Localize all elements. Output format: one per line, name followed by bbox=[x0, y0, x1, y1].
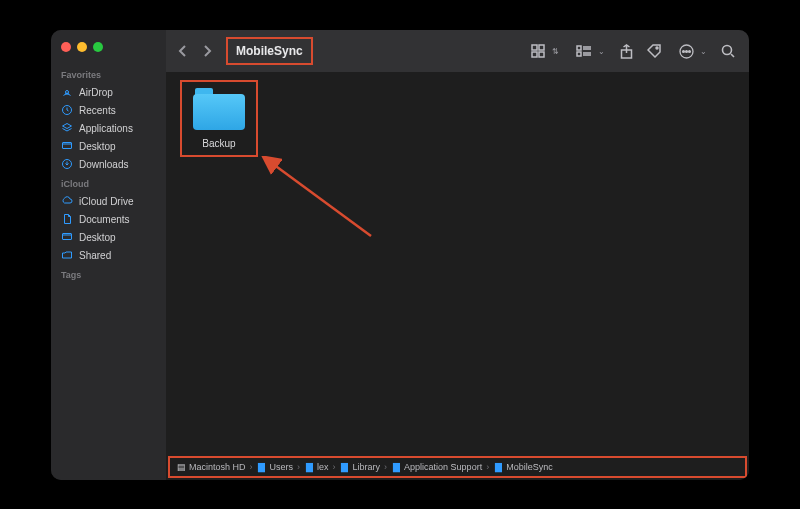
minimize-button[interactable] bbox=[77, 42, 87, 52]
share-button[interactable] bbox=[615, 40, 637, 62]
sidebar-item-label: iCloud Drive bbox=[79, 196, 133, 207]
breadcrumb-separator: › bbox=[250, 462, 253, 472]
chevron-updown-icon: ⇅ bbox=[552, 47, 559, 56]
sidebar-item-label: AirDrop bbox=[79, 87, 113, 98]
recents-icon bbox=[61, 104, 73, 116]
sidebar-item-shared[interactable]: Shared bbox=[51, 246, 166, 264]
annotation-arrow bbox=[261, 156, 381, 246]
window-controls bbox=[51, 38, 166, 64]
group-icon bbox=[573, 40, 595, 62]
sidebar: Favorites AirDrop Recents Applications D… bbox=[51, 30, 166, 480]
folder-mini-icon: ▇ bbox=[257, 462, 267, 472]
folder-icon bbox=[193, 88, 245, 130]
sidebar-section-icloud-title: iCloud bbox=[51, 173, 166, 192]
sidebar-item-label: Shared bbox=[79, 250, 111, 261]
breadcrumb-label: MobileSync bbox=[506, 462, 553, 472]
applications-icon bbox=[61, 122, 73, 134]
svg-point-15 bbox=[685, 50, 687, 52]
airdrop-icon bbox=[61, 86, 73, 98]
sidebar-item-icloud-drive[interactable]: iCloud Drive bbox=[51, 192, 166, 210]
sidebar-item-label: Recents bbox=[79, 105, 116, 116]
breadcrumb-segment[interactable]: ▇ Library bbox=[340, 462, 381, 472]
nav-back-button[interactable] bbox=[176, 45, 190, 57]
sidebar-item-label: Desktop bbox=[79, 232, 116, 243]
breadcrumb-separator: › bbox=[486, 462, 489, 472]
sidebar-item-label: Downloads bbox=[79, 159, 128, 170]
svg-rect-7 bbox=[532, 52, 537, 57]
shared-icon bbox=[61, 249, 73, 261]
finder-window: Favorites AirDrop Recents Applications D… bbox=[51, 30, 749, 480]
folder-mini-icon: ▇ bbox=[391, 462, 401, 472]
svg-rect-2 bbox=[63, 143, 72, 149]
desktop-icon bbox=[61, 231, 73, 243]
breadcrumb-label: Macintosh HD bbox=[189, 462, 246, 472]
svg-rect-10 bbox=[577, 52, 581, 56]
desktop-icon bbox=[61, 140, 73, 152]
breadcrumb-segment[interactable]: ▇ Users bbox=[257, 462, 294, 472]
action-menu-button[interactable]: ⌄ bbox=[675, 40, 707, 62]
breadcrumb-segment[interactable]: ▇ lex bbox=[304, 462, 329, 472]
window-title: MobileSync bbox=[226, 37, 313, 65]
content-area[interactable]: Backup ▤ Macintosh HD bbox=[166, 72, 749, 480]
svg-rect-9 bbox=[577, 46, 581, 50]
breadcrumb-separator: › bbox=[333, 462, 336, 472]
breadcrumb-label: Library bbox=[353, 462, 381, 472]
sidebar-item-desktop-icloud[interactable]: Desktop bbox=[51, 228, 166, 246]
view-mode-button[interactable]: ⇅ bbox=[527, 40, 559, 62]
sidebar-item-label: Desktop bbox=[79, 141, 116, 152]
svg-rect-8 bbox=[539, 52, 544, 57]
breadcrumb-separator: › bbox=[297, 462, 300, 472]
chevron-down-icon: ⌄ bbox=[598, 47, 605, 56]
sidebar-item-recents[interactable]: Recents bbox=[51, 101, 166, 119]
path-bar: ▤ Macintosh HD › ▇ Users › ▇ lex › bbox=[168, 456, 747, 478]
sidebar-item-applications[interactable]: Applications bbox=[51, 119, 166, 137]
svg-rect-5 bbox=[532, 45, 537, 50]
folder-mini-icon: ▇ bbox=[304, 462, 314, 472]
svg-line-18 bbox=[273, 164, 371, 236]
breadcrumb-separator: › bbox=[384, 462, 387, 472]
downloads-icon bbox=[61, 158, 73, 170]
folder-label: Backup bbox=[202, 138, 235, 149]
grid-icon bbox=[527, 40, 549, 62]
folder-mini-icon: ▇ bbox=[340, 462, 350, 472]
breadcrumb-label: Application Support bbox=[404, 462, 482, 472]
documents-icon bbox=[61, 213, 73, 225]
sidebar-item-label: Documents bbox=[79, 214, 130, 225]
svg-point-12 bbox=[656, 47, 658, 49]
svg-point-16 bbox=[688, 50, 690, 52]
sidebar-section-favorites-title: Favorites bbox=[51, 64, 166, 83]
breadcrumb-label: Users bbox=[270, 462, 294, 472]
sidebar-item-label: Applications bbox=[79, 123, 133, 134]
sidebar-item-airdrop[interactable]: AirDrop bbox=[51, 83, 166, 101]
tags-button[interactable] bbox=[643, 40, 665, 62]
breadcrumb-segment[interactable]: ▇ Application Support bbox=[391, 462, 482, 472]
disk-icon: ▤ bbox=[176, 462, 186, 472]
toolbar: MobileSync ⇅ ⌄ ⌄ bbox=[166, 30, 749, 72]
svg-rect-6 bbox=[539, 45, 544, 50]
breadcrumb-segment[interactable]: ▤ Macintosh HD bbox=[176, 462, 246, 472]
breadcrumb-label: lex bbox=[317, 462, 329, 472]
sidebar-item-desktop[interactable]: Desktop bbox=[51, 137, 166, 155]
sidebar-section-tags-title: Tags bbox=[51, 264, 166, 283]
items-grid: Backup bbox=[166, 72, 749, 456]
close-button[interactable] bbox=[61, 42, 71, 52]
svg-point-17 bbox=[723, 46, 732, 55]
folder-item-backup[interactable]: Backup bbox=[180, 80, 258, 157]
folder-mini-icon: ▇ bbox=[493, 462, 503, 472]
svg-rect-4 bbox=[63, 234, 72, 240]
breadcrumb-segment[interactable]: ▇ MobileSync bbox=[493, 462, 553, 472]
icloud-icon bbox=[61, 195, 73, 207]
maximize-button[interactable] bbox=[93, 42, 103, 52]
search-button[interactable] bbox=[717, 40, 739, 62]
group-by-button[interactable]: ⌄ bbox=[573, 40, 605, 62]
chevron-down-icon: ⌄ bbox=[700, 47, 707, 56]
sidebar-item-documents[interactable]: Documents bbox=[51, 210, 166, 228]
nav-forward-button[interactable] bbox=[200, 45, 214, 57]
ellipsis-circle-icon bbox=[675, 40, 697, 62]
svg-point-14 bbox=[682, 50, 684, 52]
sidebar-item-downloads[interactable]: Downloads bbox=[51, 155, 166, 173]
